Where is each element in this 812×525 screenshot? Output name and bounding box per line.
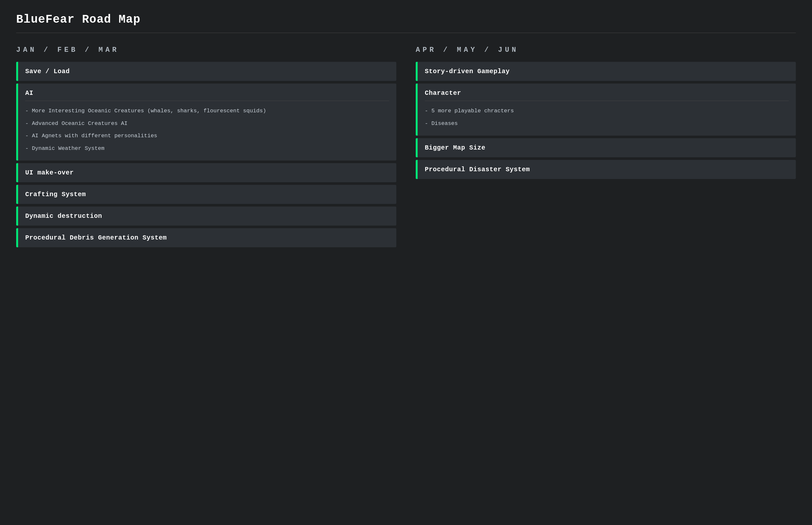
item-content-disaster: Procedural Disaster System bbox=[418, 160, 796, 179]
item-content-ai: AI- More Interesting Oceanic Creatures (… bbox=[18, 84, 396, 161]
item-title-ui-makeover: UI make-over bbox=[25, 169, 389, 176]
item-sub-ai-3: - Dynamic Weather System bbox=[25, 142, 389, 155]
roadmap-item-character: Character- 5 more playable chracters- Di… bbox=[416, 84, 796, 136]
roadmap-item-save-load: Save / Load bbox=[16, 62, 396, 81]
roadmap-item-story: Story-driven Gameplay bbox=[416, 62, 796, 81]
item-title-bigger-map: Bigger Map Size bbox=[425, 144, 789, 151]
item-title-story: Story-driven Gameplay bbox=[425, 68, 789, 75]
item-sub-character-1: - Diseases bbox=[425, 118, 789, 130]
roadmap-item-bigger-map: Bigger Map Size bbox=[416, 138, 796, 157]
item-content-bigger-map: Bigger Map Size bbox=[418, 138, 796, 157]
roadmap-item-ui-makeover: UI make-over bbox=[16, 163, 396, 182]
column-header-q2: APR / MAY / JUN bbox=[416, 46, 796, 54]
item-content-debris: Procedural Debris Generation System bbox=[18, 228, 396, 247]
item-sub-ai-2: - AI Agnets with different personalities bbox=[25, 130, 389, 142]
item-title-save-load: Save / Load bbox=[25, 68, 389, 75]
item-sub-ai-1: - Advanced Oceanic Creatures AI bbox=[25, 118, 389, 130]
roadmap-item-dynamic-destruction: Dynamic destruction bbox=[16, 207, 396, 226]
roadmap-item-ai: AI- More Interesting Oceanic Creatures (… bbox=[16, 84, 396, 161]
page-title: BlueFear Road Map bbox=[16, 13, 796, 26]
item-title-dynamic-destruction: Dynamic destruction bbox=[25, 212, 389, 220]
title-divider bbox=[16, 33, 796, 33]
roadmap-columns: JAN / FEB / MARSave / LoadAI- More Inter… bbox=[16, 46, 796, 250]
item-content-save-load: Save / Load bbox=[18, 62, 396, 81]
item-title-ai: AI bbox=[25, 89, 389, 97]
item-title-disaster: Procedural Disaster System bbox=[425, 166, 789, 173]
item-sub-ai-0: - More Interesting Oceanic Creatures (wh… bbox=[25, 105, 389, 118]
item-title-character: Character bbox=[425, 89, 789, 97]
item-sub-divider bbox=[425, 101, 789, 101]
item-title-debris: Procedural Debris Generation System bbox=[25, 234, 389, 241]
item-content-ui-makeover: UI make-over bbox=[18, 163, 396, 182]
column-header-q1: JAN / FEB / MAR bbox=[16, 46, 396, 54]
roadmap-item-debris: Procedural Debris Generation System bbox=[16, 228, 396, 247]
item-sub-divider bbox=[25, 101, 389, 101]
item-content-dynamic-destruction: Dynamic destruction bbox=[18, 207, 396, 226]
item-content-story: Story-driven Gameplay bbox=[418, 62, 796, 81]
roadmap-item-disaster: Procedural Disaster System bbox=[416, 160, 796, 179]
item-content-crafting: Crafting System bbox=[18, 185, 396, 204]
column-q1: JAN / FEB / MARSave / LoadAI- More Inter… bbox=[16, 46, 396, 250]
column-q2: APR / MAY / JUNStory-driven GameplayChar… bbox=[416, 46, 796, 250]
roadmap-item-crafting: Crafting System bbox=[16, 185, 396, 204]
item-sub-character-0: - 5 more playable chracters bbox=[425, 105, 789, 118]
item-content-character: Character- 5 more playable chracters- Di… bbox=[418, 84, 796, 136]
item-title-crafting: Crafting System bbox=[25, 191, 389, 198]
